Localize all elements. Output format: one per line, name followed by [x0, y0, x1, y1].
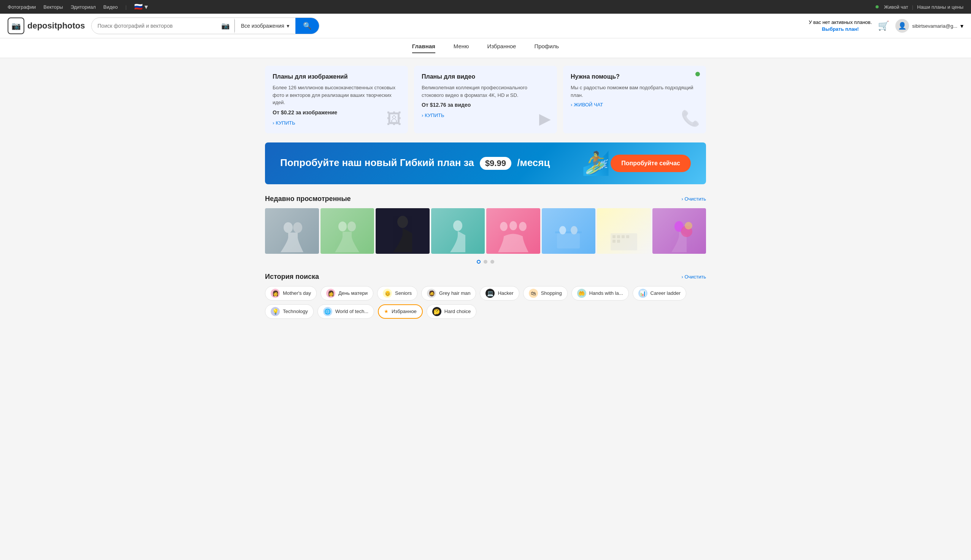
nav-link-editorial[interactable]: Эдиториал — [71, 4, 96, 10]
plan-card-video-link[interactable]: › КУПИТЬ — [422, 112, 549, 118]
filter-dropdown[interactable]: Все изображения ▾ — [235, 20, 296, 32]
plans-link[interactable]: Наши планы и цены — [917, 4, 963, 10]
banner-price: $9.99 — [480, 157, 511, 170]
plan-card-images-icon: 🖼 — [387, 110, 402, 127]
svg-point-1 — [293, 222, 302, 233]
svg-rect-15 — [617, 235, 620, 238]
svg-point-11 — [559, 226, 566, 234]
user-area[interactable]: 👤 sibirtsevamaria@g... ▾ — [895, 19, 963, 33]
search-tag-hacker[interactable]: 💻 Hacker — [480, 286, 519, 300]
chevron-icon: › — [422, 112, 423, 118]
image-thumb-6[interactable] — [542, 208, 596, 254]
image-thumb-3[interactable] — [376, 208, 430, 254]
filter-label: Все изображения — [241, 23, 284, 29]
svg-point-22 — [685, 222, 692, 230]
plan-card-help-title: Нужна помощь? — [571, 73, 699, 80]
main-navigation: Главная Меню Избранное Профиль — [0, 38, 971, 58]
plan-card-help-link[interactable]: › ЖИВОЙ ЧАТ — [571, 102, 699, 108]
recently-viewed-header: Недавно просмотренные › Очистить — [265, 195, 706, 203]
svg-point-8 — [519, 222, 526, 231]
tag-label-den-materi: День матери — [338, 290, 368, 296]
search-button[interactable]: 🔍 — [296, 18, 319, 34]
logo-link[interactable]: 📷 depositphotos — [8, 17, 85, 34]
search-tag-technology[interactable]: 💡 Technology — [265, 304, 314, 319]
choose-plan-link[interactable]: Выбрать план! — [822, 26, 859, 32]
search-tags-container: 👩 Mother's day 👩 День матери 👴 Seniors 🧔… — [265, 286, 706, 319]
top-navigation: Фотографии Векторы Эдиториал Видео | 🇷🇺 … — [0, 0, 971, 14]
nav-link-video[interactable]: Видео — [104, 4, 118, 10]
live-chat-link[interactable]: Живой чат — [884, 4, 908, 10]
svg-point-6 — [500, 222, 508, 231]
carousel-dot-1[interactable] — [477, 260, 481, 264]
carousel-dot-2[interactable] — [484, 260, 487, 264]
recently-viewed-title: Недавно просмотренные — [265, 195, 351, 203]
plan-card-images-title: Планы для изображений — [272, 73, 400, 80]
tag-avatar-technology: 💡 — [271, 307, 280, 316]
user-avatar: 👤 — [895, 19, 909, 33]
tag-avatar-seniors: 👴 — [383, 289, 392, 298]
search-tag-seniors[interactable]: 👴 Seniors — [377, 286, 418, 300]
image-thumb-2[interactable] — [321, 208, 374, 254]
plan-status-line1: У вас нет активных планов. — [809, 19, 872, 26]
svg-point-12 — [571, 226, 578, 234]
recently-viewed-grid — [265, 208, 706, 254]
chevron-icon: › — [571, 102, 572, 108]
tag-label-hands: Hands with la... — [589, 290, 623, 296]
nav-link-vectors[interactable]: Векторы — [43, 4, 63, 10]
nav-item-home[interactable]: Главная — [412, 43, 435, 53]
search-tag-hands[interactable]: 🤲 Hands with la... — [572, 286, 629, 300]
language-flag[interactable]: 🇷🇺 ▾ — [134, 3, 148, 11]
search-tag-den-materi[interactable]: 👩 День матери — [321, 286, 373, 300]
recently-viewed-clear[interactable]: › Очистить — [681, 196, 706, 202]
image-thumb-5[interactable] — [486, 208, 540, 254]
search-area: 📷 Все изображения ▾ 🔍 — [91, 17, 319, 34]
search-input[interactable] — [92, 19, 217, 33]
plan-card-images-link[interactable]: › КУПИТЬ — [272, 120, 400, 126]
tag-label-mothers-day: Mother's day — [283, 290, 311, 296]
carousel-dot-3[interactable] — [490, 260, 494, 264]
promo-banner: Попробуйте наш новый Гибкий план за $9.9… — [265, 142, 706, 184]
tag-label-grey-hair: Grey hair man — [439, 290, 470, 296]
tag-label-seniors: Seniors — [395, 290, 412, 296]
search-tag-favorites[interactable]: ★ Избранное — [378, 304, 423, 319]
search-tag-career[interactable]: 📊 Career ladder — [633, 286, 687, 300]
svg-rect-9 — [557, 233, 580, 248]
nav-divider: | — [125, 4, 127, 10]
plan-card-video-desc: Великолепная коллекция профессионального… — [422, 84, 549, 99]
tag-avatar-hands: 🤲 — [577, 289, 586, 298]
tag-avatar-den-materi: 👩 — [326, 289, 335, 298]
svg-rect-10 — [555, 232, 582, 233]
search-tag-mothers-day[interactable]: 👩 Mother's day — [265, 286, 317, 300]
search-history-title: История поиска — [265, 273, 319, 281]
plan-card-video-price: От $12.76 за видео — [422, 102, 549, 108]
search-tag-world-tech[interactable]: 🌐 World of tech... — [318, 304, 374, 319]
main-content: Планы для изображений Более 126 миллионо… — [257, 58, 714, 327]
banner-text-after: /месяц — [517, 157, 550, 168]
camera-search-button[interactable]: 📷 — [217, 18, 235, 33]
image-thumb-8[interactable] — [652, 208, 706, 254]
nav-item-menu[interactable]: Меню — [454, 43, 469, 53]
svg-point-2 — [338, 222, 347, 232]
svg-rect-19 — [617, 240, 620, 243]
nav-item-profile[interactable]: Профиль — [534, 43, 559, 53]
plan-card-help-icon: 📞 — [681, 109, 700, 127]
search-tag-hard-choice[interactable]: 🤔 Hard choice — [426, 304, 476, 319]
cart-icon[interactable]: 🛒 — [878, 20, 889, 31]
nav-link-photos[interactable]: Фотографии — [8, 4, 36, 10]
banner-surfer-image: 🏄 — [562, 142, 630, 184]
plan-card-video-title: Планы для видео — [422, 73, 549, 80]
image-thumb-1[interactable] — [265, 208, 319, 254]
image-thumb-4[interactable] — [431, 208, 485, 254]
tag-avatar-career: 📊 — [638, 289, 647, 298]
chat-online-dot — [876, 5, 879, 8]
chevron-down-icon: ▾ — [287, 23, 289, 29]
plan-card-images-price: От $0.22 за изображение — [272, 109, 400, 115]
help-online-dot — [695, 72, 700, 77]
nav-item-favorites[interactable]: Избранное — [487, 43, 516, 53]
search-tag-grey-hair[interactable]: 🧔 Grey hair man — [421, 286, 476, 300]
search-tag-shopping[interactable]: 🛍 Shopping — [523, 286, 568, 300]
tag-avatar-hacker: 💻 — [486, 289, 495, 298]
image-thumb-7[interactable] — [597, 208, 651, 254]
plan-card-images-desc: Более 126 миллионов высококачественных с… — [272, 84, 400, 107]
search-history-clear[interactable]: › Очистить — [681, 274, 706, 280]
